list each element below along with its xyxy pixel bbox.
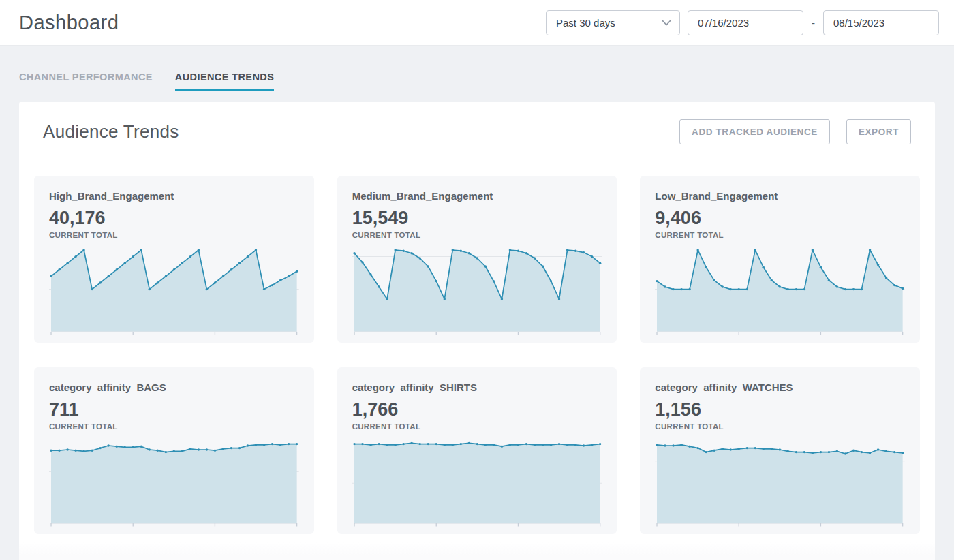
chart-point-marker: [763, 448, 765, 450]
chart-point-marker: [787, 288, 789, 290]
chart-point-marker: [157, 281, 159, 283]
chart-point-marker: [779, 285, 781, 287]
area-sparkline-chart[interactable]: [49, 246, 299, 336]
chart-point-marker: [361, 443, 363, 445]
chart-point-marker: [74, 450, 76, 452]
chart-point-marker: [836, 450, 838, 452]
chart-point-marker: [206, 448, 208, 450]
tab-channel-performance[interactable]: CHANNEL PERFORMANCE: [19, 72, 153, 91]
chart-point-marker: [722, 448, 724, 450]
chart-point-marker: [664, 285, 666, 287]
date-range-separator: -: [811, 17, 816, 29]
chart-point-marker: [418, 443, 420, 445]
chart-point-marker: [549, 444, 551, 446]
chart-area-fill: [657, 445, 903, 523]
chart-point-marker: [386, 298, 388, 300]
chart-point-marker: [165, 451, 167, 453]
chart-point-marker: [271, 284, 273, 286]
chart-point-marker: [566, 444, 568, 446]
chart-point-marker: [591, 255, 593, 258]
chart-point-marker: [746, 288, 748, 290]
chart-point-marker: [541, 444, 543, 446]
chart-point-marker: [378, 443, 380, 445]
chart-point-marker: [58, 268, 60, 270]
chart-point-marker: [713, 279, 716, 281]
chart-point-marker: [66, 262, 68, 264]
chart-point-marker: [459, 250, 461, 252]
chart-point-marker: [730, 448, 732, 450]
chart-point-marker: [877, 448, 879, 450]
date-range-controls: Past 30 days -: [546, 10, 939, 35]
chart-point-marker: [681, 288, 683, 290]
chart-point-marker: [656, 280, 658, 282]
panel-buttons: ADD TRACKED AUDIENCE EXPORT: [679, 119, 911, 144]
panel-divider: [43, 159, 911, 159]
metric-current-total: 40,176: [49, 208, 299, 229]
chart-point-marker: [738, 288, 740, 290]
chart-point-marker: [271, 443, 273, 445]
chart-point-marker: [123, 262, 125, 264]
chart-point-marker: [689, 446, 691, 448]
chart-point-marker: [288, 443, 290, 445]
chart-point-marker: [902, 287, 904, 290]
add-tracked-audience-button[interactable]: ADD TRACKED AUDIENCE: [679, 119, 830, 144]
chart-point-marker: [754, 249, 756, 251]
chart-point-marker: [181, 450, 183, 452]
tab-audience-trends[interactable]: AUDIENCE TRENDS: [175, 72, 274, 91]
chart-point-marker: [140, 249, 142, 251]
chart-point-marker: [844, 452, 846, 454]
metric-current-total: 15,549: [352, 208, 602, 229]
chart-point-marker: [467, 442, 470, 444]
chart-point-marker: [66, 448, 68, 450]
chart-point-marker: [722, 285, 724, 287]
chart-point-marker: [852, 288, 855, 290]
chart-point-marker: [697, 447, 699, 449]
chart-point-marker: [173, 450, 175, 452]
chart-point-marker: [591, 444, 593, 446]
chart-point-marker: [763, 266, 765, 268]
chart-point-marker: [476, 257, 478, 259]
chart-point-marker: [893, 451, 895, 453]
chart-point-marker: [402, 250, 404, 252]
chart-point-marker: [99, 281, 101, 283]
chart-point-marker: [91, 450, 93, 452]
chart-point-marker: [484, 444, 486, 446]
metric-card: Medium_Brand_Engagement15,549CURRENT TOT…: [337, 176, 617, 343]
export-button[interactable]: EXPORT: [846, 119, 911, 144]
metric-current-total: 9,406: [655, 208, 905, 229]
chart-point-marker: [902, 452, 904, 454]
date-range-select[interactable]: Past 30 days: [546, 10, 680, 35]
start-date-input[interactable]: [688, 10, 803, 35]
chart-point-marker: [517, 444, 519, 446]
area-sparkline-chart[interactable]: [352, 437, 602, 527]
audience-trends-panel: Audience Trends ADD TRACKED AUDIENCE EXP…: [19, 102, 935, 560]
chart-point-marker: [656, 444, 658, 446]
chart-point-marker: [394, 444, 396, 446]
chart-point-marker: [386, 444, 388, 446]
chart-point-marker: [885, 277, 887, 279]
chart-point-marker: [247, 444, 249, 446]
chart-point-marker: [353, 443, 355, 445]
chart-point-marker: [484, 265, 486, 267]
chart-point-marker: [132, 255, 134, 258]
chart-point-marker: [746, 447, 748, 449]
chart-point-marker: [664, 444, 666, 446]
chart-point-marker: [99, 447, 101, 449]
chart-point-marker: [803, 288, 805, 290]
metric-card: High_Brand_Engagement40,176CURRENT TOTAL: [34, 176, 314, 343]
chart-point-marker: [459, 443, 461, 445]
area-sparkline-chart[interactable]: [655, 246, 905, 336]
chart-point-marker: [50, 275, 52, 277]
chart-point-marker: [296, 443, 298, 445]
end-date-input[interactable]: [823, 10, 939, 35]
metric-name: Medium_Brand_Engagement: [352, 190, 602, 202]
chart-point-marker: [844, 288, 846, 290]
chart-point-marker: [492, 444, 494, 446]
area-sparkline-chart[interactable]: [352, 246, 602, 336]
page-title: Dashboard: [19, 12, 119, 34]
area-sparkline-chart[interactable]: [49, 437, 299, 527]
chart-point-marker: [255, 249, 257, 251]
chart-point-marker: [296, 270, 298, 273]
chevron-down-icon: [662, 20, 671, 26]
area-sparkline-chart[interactable]: [655, 437, 905, 527]
